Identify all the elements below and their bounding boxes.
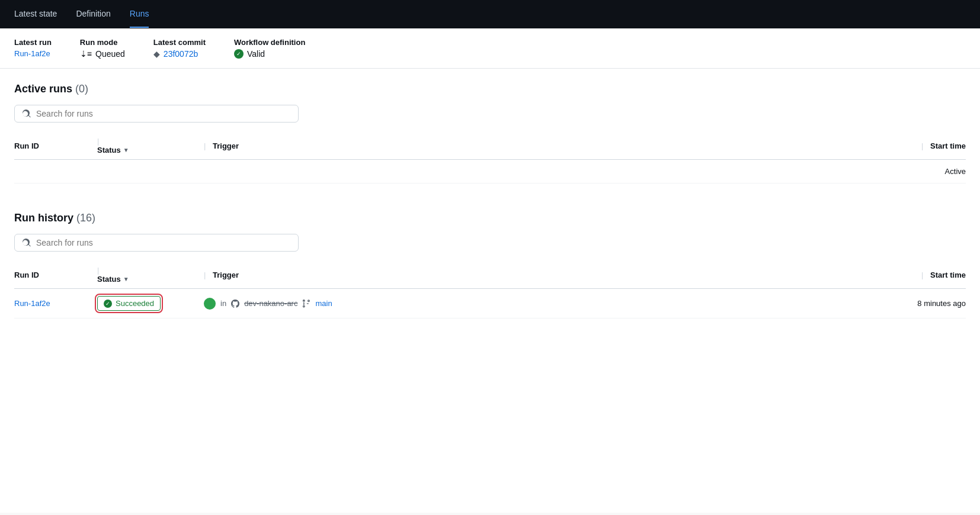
- history-col-start-time: | Start time: [837, 261, 966, 289]
- workflow-def-value: Valid: [247, 49, 265, 59]
- active-col-start-time: | Start time: [846, 132, 966, 160]
- history-col-trigger: | Trigger: [204, 261, 837, 289]
- top-navigation: Latest state Definition Runs: [0, 0, 980, 28]
- commit-icon: ◆: [153, 49, 160, 59]
- trigger-avatar: [204, 298, 216, 310]
- run-history-search-box[interactable]: [14, 234, 299, 252]
- latest-commit-link[interactable]: 23f0072b: [164, 49, 198, 59]
- latest-run-item: Latest run Run-1af2e: [14, 38, 52, 58]
- status-sort-arrow[interactable]: ▼: [123, 147, 129, 153]
- status-label: Succeeded: [116, 299, 154, 308]
- active-col-status: | Status ▼: [97, 132, 204, 160]
- latest-commit-label: Latest commit: [153, 38, 206, 47]
- active-runs-search-box[interactable]: [14, 105, 299, 123]
- tab-runs[interactable]: Runs: [130, 1, 149, 28]
- run-history-heading: Run history (16): [14, 212, 966, 224]
- history-status-sort-arrow[interactable]: ▼: [123, 276, 129, 282]
- search-icon: [22, 109, 31, 118]
- active-col-run-id: Run ID: [14, 132, 97, 160]
- status-badge: ✓ Succeeded: [97, 296, 161, 311]
- run-id-link[interactable]: Run-1af2e: [14, 299, 50, 308]
- run-mode-value: Queued: [95, 49, 125, 59]
- active-runs-section: Active runs (0) Run ID | Status ▼: [14, 83, 966, 184]
- trigger-cell: in dev-nakano-arc main: [204, 298, 830, 310]
- latest-commit-item: Latest commit ◆ 23f0072b: [153, 38, 206, 59]
- branch-icon: [302, 300, 310, 308]
- run-mode-label: Run mode: [80, 38, 125, 47]
- run-mode-item: Run mode ⇣≡ Queued: [80, 38, 125, 59]
- info-bar: Latest run Run-1af2e Run mode ⇣≡ Queued …: [0, 28, 980, 69]
- run-history-table: Run ID | Status ▼ | Trigger | S: [14, 261, 966, 318]
- active-runs-empty-text: Active: [945, 167, 966, 176]
- status-check-icon: ✓: [104, 300, 112, 308]
- search-icon: [22, 238, 31, 247]
- workflow-def-label: Workflow definition: [234, 38, 305, 47]
- run-history-search-input[interactable]: [36, 238, 291, 247]
- run-history-count: (16): [76, 212, 95, 224]
- table-row: Run-1af2e ✓ Succeeded in: [14, 289, 966, 318]
- history-col-run-id: Run ID: [14, 261, 97, 289]
- active-runs-search-input[interactable]: [36, 109, 291, 118]
- workflow-def-item: Workflow definition ✓ Valid: [234, 38, 305, 59]
- run-history-section: Run history (16) Run ID | Status ▼: [14, 212, 966, 318]
- trigger-in-text: in: [220, 299, 226, 308]
- tab-latest-state[interactable]: Latest state: [14, 1, 57, 28]
- active-col-trigger: | Trigger: [204, 132, 846, 160]
- active-runs-table: Run ID | Status ▼ | Trigger | S: [14, 132, 966, 184]
- latest-run-link[interactable]: Run-1af2e: [14, 49, 50, 58]
- active-runs-count: (0): [75, 83, 88, 95]
- history-col-status: | Status ▼: [97, 261, 204, 289]
- queue-icon: ⇣≡: [80, 49, 92, 59]
- main-content: Active runs (0) Run ID | Status ▼: [0, 69, 980, 513]
- start-time-value: 8 minutes ago: [917, 299, 966, 308]
- active-runs-heading: Active runs (0): [14, 83, 966, 95]
- trigger-repo-name: dev-nakano-arc: [244, 299, 297, 308]
- repo-icon: [231, 300, 239, 308]
- latest-run-label: Latest run: [14, 38, 52, 47]
- trigger-branch-link[interactable]: main: [315, 299, 332, 308]
- tab-definition[interactable]: Definition: [76, 1, 110, 28]
- valid-check-icon: ✓: [234, 49, 244, 59]
